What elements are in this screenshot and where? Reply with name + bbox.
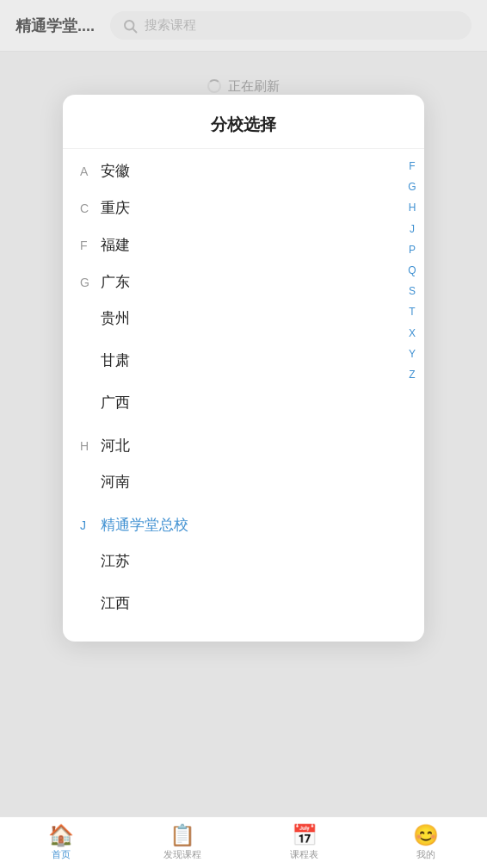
home-icon: 🏠: [48, 825, 74, 846]
alpha-q[interactable]: Q: [404, 262, 419, 280]
group-letter-h: H: [80, 439, 96, 453]
mine-icon: 😊: [413, 825, 439, 846]
list-item-guangxi[interactable]: 广西: [63, 381, 424, 424]
item-name-gansu: 甘肃: [101, 350, 130, 370]
group-name-hebei[interactable]: 河北: [101, 436, 130, 456]
tab-mine-label: 我的: [416, 848, 435, 861]
group-letter-f: F: [80, 239, 96, 252]
alpha-g[interactable]: G: [404, 178, 419, 196]
alpha-t[interactable]: T: [405, 303, 418, 321]
branch-list[interactable]: A 安徽 C 重庆 F 福建 G 广东: [63, 149, 424, 642]
alpha-f[interactable]: F: [405, 158, 418, 176]
item-name-jiangxi: 江西: [101, 593, 130, 613]
branch-selection-modal: 分校选择 A 安徽 C 重庆 F 福建: [63, 95, 424, 642]
modal-body: A 安徽 C 重庆 F 福建 G 广东: [63, 149, 424, 642]
schedule-icon: 📅: [292, 825, 317, 846]
modal-title: 分校选择: [63, 95, 424, 149]
group-letter-a: A: [80, 164, 96, 178]
alpha-y[interactable]: Y: [405, 345, 419, 363]
item-name-guizhou: 贵州: [101, 308, 130, 328]
list-item-jiangsu[interactable]: 江苏: [63, 540, 424, 582]
group-name-fujian[interactable]: 福建: [101, 235, 130, 255]
tab-home[interactable]: 🏠 首页: [0, 825, 122, 861]
tab-discover-label: 发现课程: [163, 848, 201, 861]
list-item-jiangxi[interactable]: 江西: [63, 582, 424, 624]
tab-discover[interactable]: 📋 发现课程: [122, 825, 244, 861]
tab-schedule[interactable]: 📅 课程表: [244, 825, 366, 861]
alpha-h[interactable]: H: [405, 199, 420, 217]
group-header-g: G 广东: [63, 260, 424, 297]
group-header-j: J 精通学堂总校: [63, 503, 424, 540]
group-letter-c: C: [80, 202, 96, 215]
item-name-guangxi: 广西: [101, 393, 130, 412]
tab-mine[interactable]: 😊 我的: [366, 825, 488, 861]
alpha-s[interactable]: S: [405, 282, 419, 301]
group-name-anhui[interactable]: 安徽: [101, 161, 130, 181]
modal-overlay: 分校选择 A 安徽 C 重庆 F 福建: [0, 0, 487, 816]
alpha-p[interactable]: P: [405, 241, 419, 259]
group-header-a: A 安徽: [63, 149, 424, 186]
tab-bar: 🏠 首页 📋 发现课程 📅 课程表 😊 我的: [0, 816, 487, 868]
alpha-x[interactable]: X: [405, 325, 419, 343]
group-letter-j: J: [80, 518, 96, 532]
item-name-jiangsu: 江苏: [101, 551, 130, 571]
alpha-z[interactable]: Z: [405, 366, 418, 384]
group-name-jingtongtotal[interactable]: 精通学堂总校: [101, 515, 188, 535]
group-name-guangdong[interactable]: 广东: [101, 272, 130, 292]
list-item-guizhou[interactable]: 贵州: [63, 297, 424, 339]
list-item-gansu[interactable]: 甘肃: [63, 339, 424, 381]
tab-schedule-label: 课程表: [290, 848, 318, 861]
list-item-henan[interactable]: 河南: [63, 461, 424, 503]
group-letter-g: G: [80, 276, 96, 289]
tab-home-label: 首页: [52, 848, 71, 861]
group-header-h: H 河北: [63, 424, 424, 461]
discover-icon: 📋: [170, 825, 195, 846]
group-header-c: C 重庆: [63, 186, 424, 223]
group-header-f: F 福建: [63, 223, 424, 260]
alpha-j[interactable]: J: [406, 220, 418, 239]
item-name-henan: 河南: [101, 472, 130, 492]
group-name-chongqing[interactable]: 重庆: [101, 198, 130, 218]
alpha-index-sidebar: F G H J P Q S T X Y Z: [400, 149, 424, 642]
